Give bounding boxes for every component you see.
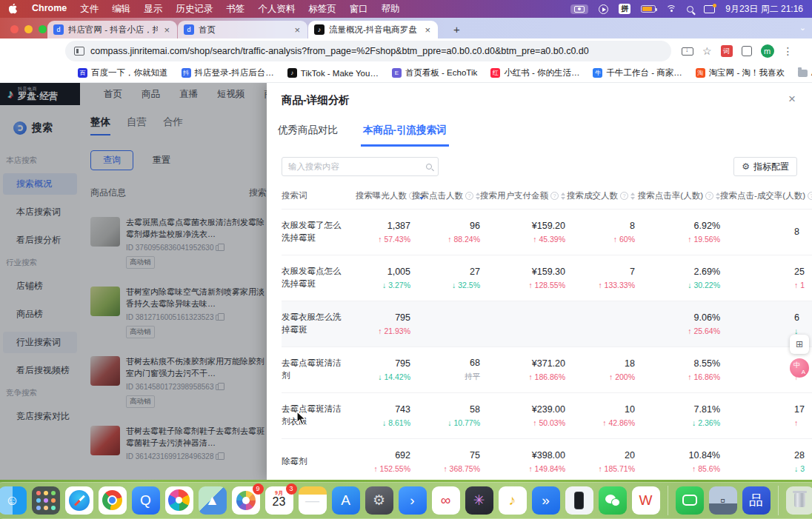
modal-tab[interactable]: 优秀商品对比 xyxy=(276,124,340,147)
sort-icon[interactable] xyxy=(561,192,565,200)
menu-item-1[interactable]: 文件 xyxy=(80,3,99,16)
info-icon[interactable]: ? xyxy=(620,192,628,200)
table-row[interactable]: 去霉点霉斑清洁剂衣服743↓ 8.61%58↓ 10.77%¥239.00↑ 5… xyxy=(282,392,812,438)
dock-messages-app-icon[interactable] xyxy=(676,486,704,515)
column-header[interactable]: 搜索点击人数? xyxy=(410,184,480,209)
dock-media-app-icon[interactable]: ✳ xyxy=(465,486,493,515)
dock-wps-icon[interactable]: W xyxy=(632,486,660,515)
dock-finder-icon[interactable]: ☺ xyxy=(0,486,27,515)
input-method-icon[interactable]: 拼 xyxy=(619,4,630,14)
column-header[interactable]: 搜索点击率(人数)? xyxy=(635,184,720,209)
dock-trash-icon[interactable] xyxy=(786,486,812,515)
spotlight-search-icon[interactable] xyxy=(687,6,693,13)
tab-search-chevron-icon[interactable]: ⌄ xyxy=(799,23,806,33)
bookmark-item-8[interactable]: AI大神 xyxy=(793,65,812,81)
info-icon[interactable]: ? xyxy=(705,192,713,200)
minimize-window-button[interactable] xyxy=(24,25,33,33)
table-row[interactable]: 去霉点霉斑清洁剂795↓ 14.42%68持平¥371.20↑ 186.86%1… xyxy=(282,346,812,392)
dock-iphone-mirroring-icon[interactable] xyxy=(565,486,593,515)
dock-app-store-icon[interactable]: A xyxy=(332,486,360,515)
chrome-menu-icon[interactable]: ⋮ xyxy=(783,45,793,57)
extensions-icon[interactable] xyxy=(742,46,752,56)
info-icon[interactable]: ? xyxy=(550,192,559,200)
column-header[interactable]: 搜索点击-成交率(人数)? xyxy=(720,184,812,209)
screen-sharing-icon[interactable] xyxy=(570,4,588,14)
column-header[interactable]: 搜索曝光人数? xyxy=(356,184,410,209)
dock-qq-music-icon[interactable]: ♪ xyxy=(499,486,527,515)
bookmark-item-1[interactable]: 百百度一下，你就知道 xyxy=(73,65,173,81)
url-text[interactable]: compass.jinritemai.com/shop/search/traff… xyxy=(90,46,662,56)
bookmark-item-2[interactable]: 抖抖店登录-抖店后台… xyxy=(176,65,279,81)
column-header[interactable]: 搜索用户支付金额? xyxy=(480,184,565,209)
dock-quark-icon[interactable]: Q xyxy=(132,486,160,515)
bookmark-item-5[interactable]: 红小红书 - 你的生活… xyxy=(485,65,585,81)
keyword-cell: 去霉点霉斑清洁剂衣服 xyxy=(282,392,356,438)
new-tab-button[interactable]: + xyxy=(453,23,460,36)
bookmark-label: 小红书 - 你的生活… xyxy=(504,67,579,78)
dock-wechat-icon[interactable] xyxy=(599,486,627,515)
info-icon[interactable]: ? xyxy=(808,192,812,200)
modal-tab[interactable]: 本商品-引流搜索词 xyxy=(361,124,449,147)
search-input[interactable] xyxy=(288,162,426,171)
dock-launchpad-icon[interactable] xyxy=(32,486,60,515)
menu-item-6[interactable]: 个人资料 xyxy=(258,3,295,16)
red-extension-icon[interactable]: 词 xyxy=(721,45,733,57)
dock-circles-app-icon[interactable]: ∞ xyxy=(432,486,460,515)
address-bar[interactable]: compass.jinritemai.com/shop/search/traff… xyxy=(65,41,671,61)
bookmark-item-4[interactable]: E首页看板 - EchoTik xyxy=(387,65,482,81)
profile-avatar[interactable]: m xyxy=(761,44,774,58)
sort-icon[interactable] xyxy=(630,192,635,200)
column-header[interactable]: 搜索成交人数? xyxy=(565,184,635,209)
dock-chrome-icon[interactable] xyxy=(99,486,127,515)
bookmark-item-6[interactable]: 牛千牛工作台 - 商家… xyxy=(588,65,687,81)
tab-close-icon[interactable]: × xyxy=(423,24,432,36)
bookmark-item-7[interactable]: 淘淘宝网 - 淘！我喜欢 xyxy=(690,65,790,81)
menu-item-4[interactable]: 历史记录 xyxy=(176,3,213,16)
floating-grid-widget[interactable]: ⊞ xyxy=(790,335,809,354)
dock-safari-icon[interactable] xyxy=(65,486,93,515)
wifi-icon[interactable] xyxy=(666,5,676,13)
dock-notes-icon[interactable]: — xyxy=(299,486,327,515)
tab-close-icon[interactable]: × xyxy=(293,24,302,36)
bookmark-item-3[interactable]: ♪TikTok - Make You… xyxy=(282,66,384,80)
close-icon[interactable]: × xyxy=(788,92,796,107)
browser-tab-1[interactable]: d抖店官网 - 抖音小店，抖音电…× xyxy=(47,21,177,38)
table-row[interactable]: 除霉剂692↑ 152.55%75↑ 368.75%¥398.00↑ 149.8… xyxy=(282,438,812,480)
menu-item-5[interactable]: 书签 xyxy=(226,3,244,16)
dock-shop-app-icon[interactable]: 品 xyxy=(742,486,771,515)
close-window-button[interactable] xyxy=(10,25,19,33)
menu-item-chrome[interactable]: Chrome xyxy=(32,3,67,16)
table-row[interactable]: 发霉衣服怎么洗掉霉斑795↑ 21.93%9.06%↑ 25.64%6↓ xyxy=(282,301,812,346)
bookmark-star-icon[interactable]: ☆ xyxy=(702,45,712,57)
bookmark-favicon-icon: 淘 xyxy=(696,68,705,78)
dock-dingtalk-icon[interactable]: » xyxy=(532,486,560,515)
dock-maps-icon[interactable]: ▲ xyxy=(199,486,227,515)
site-info-icon[interactable] xyxy=(74,47,84,56)
dock-desktop-preview-icon[interactable]: ▫ xyxy=(709,486,737,515)
browser-tab-3[interactable]: ♪流量概况-抖音电商罗盘× xyxy=(308,21,438,38)
metric-config-button[interactable]: ⚙ 指标配置 xyxy=(733,157,797,176)
menu-item-9[interactable]: 帮助 xyxy=(382,3,400,16)
browser-tab-2[interactable]: d首页× xyxy=(178,21,307,38)
floating-translate-button[interactable]: 中A xyxy=(790,358,809,378)
info-icon[interactable]: ? xyxy=(465,192,473,200)
table-row[interactable]: 衣服发霉点怎么洗掉霉斑1,005↓ 3.27%27↓ 32.5%¥159.30↑… xyxy=(282,255,812,301)
menu-item-8[interactable]: 窗口 xyxy=(350,3,368,16)
dock-pinwheel-browser-icon[interactable] xyxy=(165,486,193,515)
dock-blue-bird-app-icon[interactable]: › xyxy=(399,486,427,515)
user-switch-icon[interactable] xyxy=(704,5,715,13)
dock-photos-icon[interactable]: 9 xyxy=(232,486,260,515)
play-circle-icon[interactable] xyxy=(599,4,608,14)
apple-logo-icon[interactable] xyxy=(9,4,19,15)
tab-close-icon[interactable]: × xyxy=(162,24,171,36)
menu-item-3[interactable]: 显示 xyxy=(144,3,162,16)
zoom-window-button[interactable] xyxy=(39,25,47,33)
install-download-icon[interactable] xyxy=(682,47,693,56)
menu-item-2[interactable]: 编辑 xyxy=(112,3,130,16)
dock-calendar-icon[interactable]: 9月233 xyxy=(265,486,293,515)
dock-settings-icon[interactable]: ⚙ xyxy=(365,486,393,515)
keyword-search-input[interactable] xyxy=(282,157,439,176)
table-row[interactable]: 衣服发霉了怎么洗掉霉斑1,387↑ 57.43%96↑ 88.24%¥159.2… xyxy=(282,209,812,255)
menu-bar-clock[interactable]: 9月23日 周二 21:16 xyxy=(725,3,803,16)
menu-item-7[interactable]: 标签页 xyxy=(308,3,336,16)
